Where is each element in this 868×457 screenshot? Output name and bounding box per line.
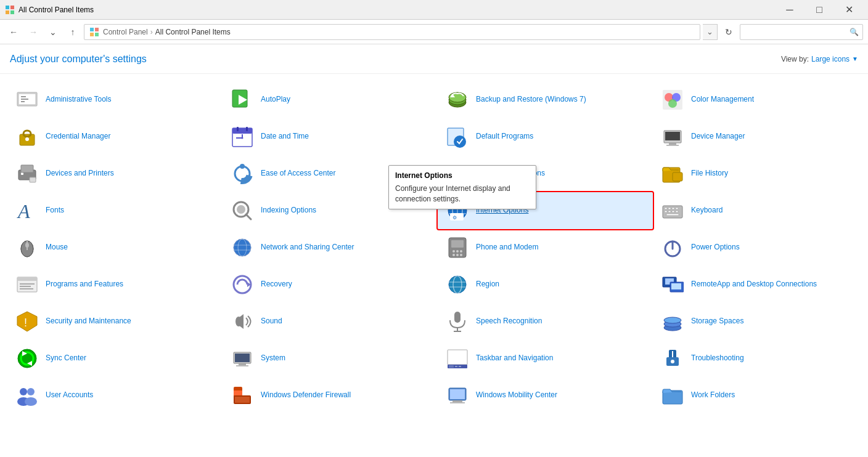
system-label[interactable]: System <box>261 354 285 363</box>
refresh-button[interactable]: ↻ <box>720 23 737 41</box>
fonts-label[interactable]: Fonts <box>46 206 64 216</box>
breadcrumb-control-panel[interactable]: Control Panel <box>103 28 148 36</box>
security-maintenance-label[interactable]: Security and Maintenance <box>46 317 131 326</box>
default-programs-label[interactable]: Default Programs <box>476 132 533 142</box>
svg-rect-65 <box>676 208 678 209</box>
item-security-maintenance[interactable]: !Security and Maintenance <box>7 303 223 340</box>
title-bar: All Control Panel Items ─ □ ✕ <box>0 0 868 20</box>
administrative-tools-icon <box>15 87 39 112</box>
item-work-folders[interactable]: Work Folders <box>653 377 868 414</box>
search-icon: 🔍 <box>850 28 859 36</box>
maximize-button[interactable]: □ <box>805 0 833 20</box>
svg-text:!: ! <box>24 317 27 329</box>
item-storage-spaces[interactable]: Storage Spaces <box>653 303 868 340</box>
troubleshooting-label[interactable]: Troubleshooting <box>691 354 744 363</box>
item-user-accounts[interactable]: User Accounts <box>7 377 223 414</box>
item-autoplay[interactable]: AutoPlay <box>223 81 438 118</box>
item-power-options[interactable]: Power Options <box>653 229 868 266</box>
item-file-history[interactable]: File History <box>653 155 868 192</box>
programs-features-label[interactable]: Programs and Features <box>46 280 123 289</box>
item-programs-features[interactable]: Programs and Features <box>7 266 223 303</box>
breadcrumb-all-items[interactable]: All Control Panel Items <box>155 28 231 36</box>
credential-manager-icon <box>15 124 39 149</box>
region-icon <box>445 272 470 297</box>
address-path[interactable]: Control Panel › All Control Panel Items <box>84 24 700 40</box>
item-date-and-time[interactable]: Date and Time <box>223 118 438 155</box>
item-mouse[interactable]: Mouse <box>7 229 223 266</box>
svg-rect-122 <box>236 365 248 366</box>
item-credential-manager[interactable]: Credential Manager <box>7 118 223 155</box>
power-options-label[interactable]: Power Options <box>691 243 740 253</box>
user-accounts-label[interactable]: User Accounts <box>46 390 93 400</box>
item-region[interactable]: Region <box>438 266 653 303</box>
item-sync-center[interactable]: Sync Center <box>7 340 223 377</box>
windows-mobility-label[interactable]: Windows Mobility Center <box>476 390 557 400</box>
item-windows-defender[interactable]: Windows Defender Firewall <box>223 377 438 414</box>
search-input[interactable] <box>744 28 850 36</box>
date-and-time-label[interactable]: Date and Time <box>261 132 309 142</box>
item-taskbar-navigation[interactable]: Taskbar and Navigation <box>438 340 653 377</box>
item-sound[interactable]: Sound <box>223 303 438 340</box>
work-folders-icon <box>660 383 685 408</box>
remoteapp-label[interactable]: RemoteApp and Desktop Connections <box>691 280 817 289</box>
svg-rect-139 <box>235 397 250 403</box>
taskbar-navigation-label[interactable]: Taskbar and Navigation <box>476 354 553 363</box>
speech-recognition-label[interactable]: Speech Recognition <box>476 317 542 326</box>
window-title: All Control Panel Items <box>18 6 776 14</box>
backup-restore-label[interactable]: Backup and Restore (Windows 7) <box>476 95 586 105</box>
tooltip-title: Internet Options <box>395 171 530 181</box>
credential-manager-label[interactable]: Credential Manager <box>46 132 110 142</box>
close-button[interactable]: ✕ <box>835 0 863 20</box>
minimize-button[interactable]: ─ <box>776 0 804 20</box>
sound-label[interactable]: Sound <box>261 317 282 326</box>
phone-modem-label[interactable]: Phone and Modem <box>476 243 538 253</box>
item-system[interactable]: System <box>223 340 438 377</box>
item-network-sharing[interactable]: Network and Sharing Center <box>223 229 438 266</box>
device-manager-label[interactable]: Device Manager <box>691 132 745 142</box>
windows-defender-label[interactable]: Windows Defender Firewall <box>261 390 351 400</box>
search-box[interactable]: 🔍 <box>740 24 863 40</box>
item-phone-modem[interactable]: Phone and Modem <box>438 229 653 266</box>
svg-rect-0 <box>6 6 9 9</box>
mouse-label[interactable]: Mouse <box>46 243 68 253</box>
administrative-tools-label[interactable]: Administrative Tools <box>46 95 112 105</box>
region-label[interactable]: Region <box>476 280 499 289</box>
sync-center-label[interactable]: Sync Center <box>46 354 86 363</box>
dropdown-button[interactable]: ⌄ <box>44 23 62 41</box>
autoplay-label[interactable]: AutoPlay <box>261 95 290 105</box>
svg-point-130 <box>671 360 674 363</box>
up-button[interactable]: ↑ <box>64 23 81 41</box>
keyboard-label[interactable]: Keyboard <box>691 206 723 216</box>
work-folders-label[interactable]: Work Folders <box>691 390 735 400</box>
svg-rect-121 <box>239 363 246 365</box>
item-keyboard[interactable]: Keyboard <box>653 192 868 229</box>
ease-of-access-label[interactable]: Ease of Access Center <box>261 169 335 179</box>
programs-features-icon <box>15 272 39 297</box>
item-default-programs[interactable]: Default Programs <box>438 118 653 155</box>
item-recovery[interactable]: Recovery <box>223 266 438 303</box>
back-button[interactable]: ← <box>5 23 22 41</box>
recovery-label[interactable]: Recovery <box>261 280 292 289</box>
network-sharing-label[interactable]: Network and Sharing Center <box>261 243 354 253</box>
color-management-label[interactable]: Color Management <box>691 95 754 105</box>
forward-button[interactable]: → <box>25 23 42 41</box>
item-backup-restore[interactable]: Backup and Restore (Windows 7) <box>438 81 653 118</box>
storage-spaces-label[interactable]: Storage Spaces <box>691 317 743 326</box>
svg-point-32 <box>242 137 244 139</box>
item-administrative-tools[interactable]: Administrative Tools <box>7 81 223 118</box>
indexing-options-label[interactable]: Indexing Options <box>261 206 316 216</box>
svg-rect-126 <box>455 366 457 367</box>
item-remoteapp[interactable]: RemoteApp and Desktop Connections <box>653 266 868 303</box>
item-troubleshooting[interactable]: Troubleshooting <box>653 340 868 377</box>
item-windows-mobility[interactable]: Windows Mobility Center <box>438 377 653 414</box>
view-mode-chevron[interactable]: ▼ <box>852 55 858 62</box>
item-speech-recognition[interactable]: Speech Recognition <box>438 303 653 340</box>
item-devices-printers[interactable]: Devices and Printers <box>7 155 223 192</box>
item-fonts[interactable]: AFonts <box>7 192 223 229</box>
view-mode-button[interactable]: Large icons <box>811 55 850 63</box>
devices-printers-label[interactable]: Devices and Printers <box>46 169 114 179</box>
address-dropdown-button[interactable]: ⌄ <box>703 24 718 40</box>
item-color-management[interactable]: Color Management <box>653 81 868 118</box>
item-device-manager[interactable]: Device Manager <box>653 118 868 155</box>
file-history-label[interactable]: File History <box>691 169 728 179</box>
